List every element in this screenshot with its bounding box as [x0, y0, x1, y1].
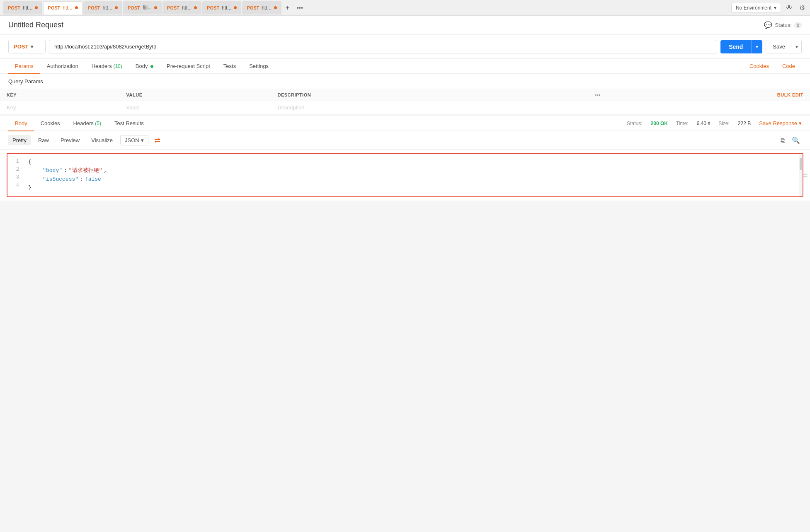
param-key-input[interactable]: Key	[0, 101, 120, 114]
tab-dot	[234, 6, 237, 9]
send-button[interactable]: Send	[720, 40, 751, 53]
format-tab-preview[interactable]: Preview	[56, 135, 84, 145]
tab-authorization[interactable]: Authorization	[40, 59, 85, 74]
chevron-down-icon: ▾	[799, 120, 802, 126]
save-response-label: Save Response	[759, 120, 797, 126]
tab-url: 刷...	[143, 4, 152, 11]
param-desc-input[interactable]: Description	[271, 101, 511, 114]
comments-count: 0	[794, 22, 802, 28]
eye-icon[interactable]: 👁	[784, 2, 794, 13]
tab-method: POST	[167, 5, 179, 10]
scrollbar[interactable]	[799, 154, 803, 196]
env-label: No Environment	[736, 5, 771, 11]
method-label: POST	[14, 44, 28, 50]
format-dropdown[interactable]: JSON ▾	[120, 135, 148, 145]
env-dropdown[interactable]: No Environment ▾	[731, 3, 781, 13]
url-bar: POST ▾ Send ▾ Save ▾	[0, 35, 810, 59]
time-label: Time:	[676, 121, 689, 126]
format-tab-visualize[interactable]: Visualize	[87, 135, 117, 145]
request-tab-1[interactable]: POST htt...	[3, 1, 42, 15]
param-value-input[interactable]: Value	[120, 101, 271, 114]
res-tab-body[interactable]: Body	[8, 116, 34, 131]
more-options-icon[interactable]: •••	[511, 89, 607, 101]
format-tab-pretty[interactable]: Pretty	[8, 135, 31, 145]
copy-button[interactable]: ⧉	[779, 135, 787, 146]
time-value: 6.40 s	[696, 121, 710, 126]
tab-bar: POST htt... POST htt... POST htt... POST…	[0, 0, 810, 16]
format-tab-raw[interactable]: Raw	[34, 135, 53, 145]
code-line-1: {	[28, 158, 798, 167]
tab-url: htt...	[262, 5, 271, 11]
chevron-down-icon: ▾	[774, 5, 776, 11]
send-button-group: Send ▾	[720, 40, 762, 53]
tab-method: POST	[128, 5, 140, 10]
method-dropdown[interactable]: POST ▾	[8, 40, 46, 53]
scroll-lines	[803, 174, 808, 177]
request-tab-2[interactable]: POST htt...	[43, 1, 82, 15]
tab-dot	[274, 6, 277, 9]
save-response-button[interactable]: Save Response ▾	[759, 120, 802, 126]
res-tab-test-results[interactable]: Test Results	[108, 116, 150, 131]
request-tab-4[interactable]: POST 刷...	[123, 1, 162, 15]
wrap-button[interactable]: ⇌	[152, 135, 163, 146]
tab-pre-request[interactable]: Pre-request Script	[160, 59, 217, 74]
tab-method: POST	[247, 5, 259, 10]
col-key: KEY	[0, 89, 120, 101]
tab-dot	[75, 6, 78, 9]
url-input[interactable]	[49, 40, 717, 53]
tab-params[interactable]: Params	[8, 59, 40, 74]
size-value: 222 B	[738, 121, 751, 126]
request-title-bar: Untitled Request 💬 Status: 0	[0, 16, 810, 35]
response-tabs: Body Cookies Headers (5) Test Results St…	[0, 116, 810, 131]
comments-label: Status:	[775, 22, 791, 28]
col-description: DESCRIPTION	[271, 89, 511, 101]
tab-url: htt...	[222, 5, 231, 11]
code-viewer: 1 2 3 4 { "body" : "请求被拒绝" ,	[7, 154, 803, 196]
tab-code[interactable]: Code	[776, 59, 802, 74]
tab-tests[interactable]: Tests	[217, 59, 243, 74]
save-dropdown-button[interactable]: ▾	[792, 40, 801, 53]
res-tab-cookies[interactable]: Cookies	[34, 116, 67, 131]
tab-dot	[194, 6, 197, 9]
more-tabs-button[interactable]: •••	[293, 3, 306, 13]
comment-icon: 💬	[764, 21, 772, 29]
tab-cookies[interactable]: Cookies	[743, 59, 776, 74]
send-dropdown-button[interactable]: ▾	[751, 40, 762, 53]
request-tab-6[interactable]: POST htt...	[202, 1, 241, 15]
tab-url: htt...	[23, 5, 32, 11]
scrollbar-thumb	[800, 158, 802, 170]
tab-settings[interactable]: Settings	[243, 59, 275, 74]
tab-dot	[115, 6, 118, 9]
save-button-group: Save ▾	[766, 40, 802, 53]
gear-icon[interactable]: ⚙	[798, 2, 807, 13]
tab-right-group: Cookies Code	[743, 59, 802, 73]
format-bar: Pretty Raw Preview Visualize JSON ▾ ⇌ ⧉ …	[0, 131, 810, 150]
request-tab-3[interactable]: POST htt...	[83, 1, 122, 15]
params-table: KEY VALUE DESCRIPTION ••• Bulk Edit Key …	[0, 89, 810, 114]
request-tab-7[interactable]: POST htt...	[242, 1, 281, 15]
chevron-down-icon: ▾	[31, 44, 33, 50]
comments-button[interactable]: 💬 Status: 0	[764, 21, 802, 29]
res-tab-headers[interactable]: Headers (5)	[67, 116, 108, 131]
bulk-edit-button[interactable]: Bulk Edit	[607, 89, 810, 101]
code-line-2: "body" : "请求被拒绝" ,	[28, 167, 798, 175]
tab-body[interactable]: Body	[129, 59, 160, 74]
response-section: Body Cookies Headers (5) Test Results St…	[0, 116, 810, 201]
response-highlight-box: 1 2 3 4 { "body" : "请求被拒绝" ,	[7, 153, 803, 197]
col-value: VALUE	[120, 89, 271, 101]
add-tab-button[interactable]: +	[282, 2, 293, 13]
line-numbers: 1 2 3 4	[7, 158, 24, 192]
tab-dot	[154, 6, 157, 9]
tab-method: POST	[8, 5, 20, 10]
tab-url: htt...	[182, 5, 192, 11]
request-tabs: Params Authorization Headers (10) Body P…	[0, 59, 810, 74]
status-value: 200 OK	[651, 121, 668, 126]
search-button[interactable]: 🔍	[790, 135, 802, 146]
format-dropdown-label: JSON	[125, 137, 139, 143]
response-status-bar: Status: 200 OK Time: 6.40 s Size: 222 B …	[627, 120, 802, 126]
response-body-viewer: 1 2 3 4 { "body" : "请求被拒绝" ,	[0, 150, 810, 201]
save-button[interactable]: Save	[766, 40, 792, 53]
request-tab-5[interactable]: POST htt...	[162, 1, 201, 15]
tab-headers[interactable]: Headers (10)	[85, 59, 129, 74]
code-content: { "body" : "请求被拒绝" , "isSuccess" : f	[24, 158, 803, 192]
